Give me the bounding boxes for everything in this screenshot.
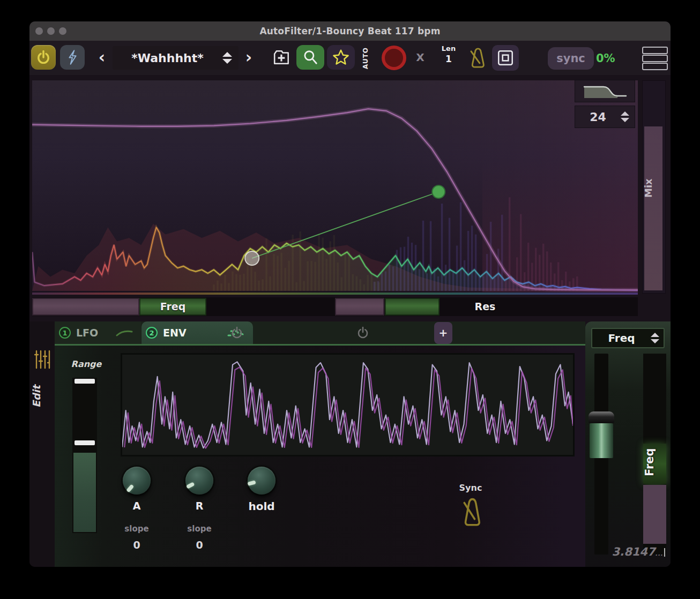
preset-name: *Wahhhht*	[113, 51, 222, 65]
mod-target-select[interactable]: Freq	[591, 328, 665, 348]
mod-target-stepper[interactable]	[651, 333, 659, 343]
range-handle-bottom[interactable]	[75, 440, 95, 445]
menu-button[interactable]	[642, 47, 668, 70]
depth-fader-handle[interactable]	[589, 411, 614, 458]
mod-target-value: Freq	[592, 332, 651, 345]
mod-source-handle[interactable]	[245, 251, 259, 265]
range-slider[interactable]	[72, 378, 97, 533]
release-knob-indicator	[186, 482, 195, 489]
window-title: AutoFilter/1-Bouncy Beat 117 bpm	[29, 21, 671, 41]
modulator-slot-4-power[interactable]	[356, 326, 370, 340]
hold-knob-label: hold	[245, 500, 278, 513]
save-preset-button[interactable]	[270, 45, 294, 70]
attack-knob-label: A	[121, 500, 153, 512]
cutoff-handle[interactable]	[432, 185, 445, 198]
mix-slider[interactable]: Mix	[642, 80, 666, 294]
faders-icon	[34, 349, 50, 370]
record-button[interactable]	[382, 46, 406, 70]
len-label: Len	[437, 45, 460, 53]
res-mod-range-purple[interactable]	[335, 298, 384, 316]
modulator-tabstrip: 1 LFO 2 ENV +	[55, 321, 585, 346]
freq-range-bar[interactable]: Freq	[643, 354, 666, 555]
power-button[interactable]	[31, 45, 56, 70]
env-edit-panel: Range A R hold slope 0 slope 0 Sync	[55, 346, 585, 567]
freq-range-label: Freq	[643, 433, 666, 492]
attack-knob-indicator	[126, 484, 134, 493]
spectrum-display[interactable]	[32, 80, 638, 295]
res-mod-range-green[interactable]	[385, 298, 440, 316]
value-display[interactable]: 3.8147...	[585, 545, 665, 558]
metronome-icon	[466, 499, 480, 525]
len-display[interactable]: Len 1	[437, 45, 460, 71]
tab-lfo[interactable]: 1 LFO	[55, 321, 141, 344]
slope-r-label: slope	[183, 524, 215, 534]
range-fill	[73, 453, 96, 532]
attack-knob[interactable]	[123, 467, 151, 495]
value-text: 3.8147	[612, 545, 656, 558]
panel-toggle-button[interactable]	[492, 45, 519, 71]
fader-body	[590, 423, 613, 458]
metronome-button[interactable]	[465, 45, 489, 71]
value-suffix: ...	[656, 551, 663, 557]
env-sync-label: Sync	[455, 483, 487, 493]
search-icon	[302, 49, 318, 65]
env-sync-metronome-button[interactable]	[460, 495, 483, 529]
range-handle-top[interactable]	[75, 379, 95, 384]
mod-range-row: Freq Res	[32, 297, 638, 316]
freq-bar-label: Freq	[139, 297, 206, 316]
square-in-square-icon	[496, 49, 515, 67]
envelope-display	[121, 353, 575, 456]
modulator-slot-3-power[interactable]	[230, 326, 244, 340]
hamburger-icon	[642, 47, 668, 54]
metronome-icon	[466, 46, 488, 70]
edit-strip: Edit	[29, 321, 55, 567]
text-caret	[664, 548, 665, 557]
hold-knob[interactable]	[248, 467, 275, 495]
preset-stepper[interactable]	[222, 52, 232, 64]
release-knob[interactable]	[185, 467, 213, 495]
edit-label[interactable]: Edit	[31, 375, 52, 418]
lfo-number-badge: 1	[59, 327, 71, 339]
slope-value: 24	[575, 110, 621, 124]
filter-slope-stepper[interactable]: 24	[575, 106, 635, 128]
next-preset-button[interactable]: ›	[243, 45, 255, 70]
range-label: Range	[70, 359, 102, 369]
env-label: ENV	[163, 327, 187, 339]
clear-automation-button[interactable]: X	[412, 45, 428, 70]
preset-display[interactable]: *Wahhhht*	[113, 46, 239, 70]
add-modulator-button[interactable]: +	[434, 322, 452, 344]
star-icon	[332, 49, 350, 66]
freq-mod-range-purple[interactable]	[32, 298, 139, 316]
spectrum-baseline	[32, 293, 638, 295]
len-value: 1	[437, 53, 460, 65]
res-bar-label: Res	[466, 297, 504, 316]
browse-presets-button[interactable]	[296, 45, 324, 70]
titlebar[interactable]: AutoFilter/1-Bouncy Beat 117 bpm	[29, 21, 671, 41]
power-icon	[35, 49, 51, 65]
slope-stepper-arrows[interactable]	[621, 111, 629, 122]
favorite-button[interactable]	[327, 45, 355, 70]
sync-toggle[interactable]: sync	[548, 47, 594, 70]
plugin-window: AutoFilter/1-Bouncy Beat 117 bpm ‹ *Wahh…	[29, 21, 671, 567]
auto-label: AUTO	[362, 46, 374, 70]
lightning-icon	[65, 49, 79, 65]
slope-a-value[interactable]: 0	[121, 539, 153, 551]
envelope-waveform	[122, 355, 573, 455]
mod-target-panel: Freq Freq 3.8147...	[585, 321, 671, 567]
slope-r-value[interactable]: 0	[183, 539, 215, 551]
lfo-label: LFO	[76, 327, 98, 339]
env-number-badge: 2	[146, 327, 158, 339]
slope-a-label: slope	[121, 524, 153, 534]
lfo-curve-icon	[115, 328, 133, 338]
lowpass-icon	[581, 83, 629, 100]
mix-label: Mix	[643, 161, 665, 215]
fader-cap	[589, 411, 614, 423]
hold-knob-indicator	[247, 480, 256, 485]
sync-amount[interactable]: 0%	[596, 47, 623, 70]
release-knob-label: R	[183, 500, 215, 512]
freq-range-purple	[643, 485, 666, 544]
lightning-button[interactable]	[60, 45, 85, 70]
filter-type-display[interactable]	[575, 80, 635, 102]
folder-plus-icon	[273, 49, 291, 65]
prev-preset-button[interactable]: ‹	[96, 45, 108, 70]
